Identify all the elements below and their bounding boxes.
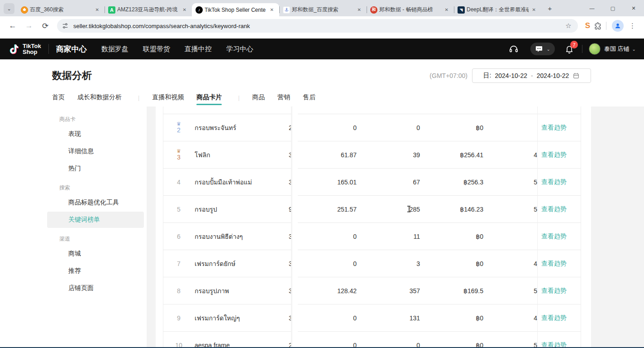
rank-number: 2: [177, 126, 181, 134]
sidebar-item-商品标题优化工具[interactable]: 商品标题优化工具: [47, 194, 144, 211]
toolbar-right: S ⋮: [582, 20, 639, 32]
address-bar[interactable]: seller.tiktokglobalshop.com/compass/sear…: [57, 19, 578, 33]
keyword-table-card: 2 กรอบพระจันทร์ 2 0 0 ฿0 查看趋势 3 โฟลิก 3 …: [156, 106, 591, 348]
keyword-cell: กรอบรูป: [195, 196, 290, 222]
value-3-cell: ฿146.23: [427, 196, 483, 222]
sidebar-item-店铺页面[interactable]: 店铺页面: [47, 280, 144, 296]
new-tab-button[interactable]: +: [544, 2, 556, 14]
content-gap: [147, 106, 156, 348]
maximize-button[interactable]: ▢: [602, 0, 623, 16]
view-trend-link[interactable]: 查看趋势: [541, 223, 587, 250]
tab-close-icon[interactable]: ✕: [443, 6, 450, 13]
sidebar-item-关键词榜单[interactable]: 关键词榜单: [47, 212, 144, 228]
value-3-cell: ฿0: [427, 250, 483, 277]
analytics-tab[interactable]: 售后: [303, 93, 315, 107]
back-button[interactable]: ←: [6, 19, 19, 32]
analytics-tab[interactable]: 商品: [252, 93, 265, 107]
view-trend-link[interactable]: 查看趋势: [541, 169, 587, 195]
header-nav-item[interactable]: 数据罗盘: [101, 45, 129, 53]
notification-badge: 7: [570, 41, 578, 48]
date-range-picker[interactable]: 日: 2024-10-22 - 2024-10-22: [472, 68, 591, 83]
messages-button[interactable]: ⌄: [530, 43, 555, 55]
header-nav-item[interactable]: 学习中心: [226, 45, 253, 53]
rank-cell: 6: [163, 223, 195, 250]
value-2-cell: 131: [364, 304, 420, 331]
tab-close-icon[interactable]: ✕: [530, 6, 538, 13]
rank-cell: 5: [163, 196, 195, 222]
sidebar-item-商城[interactable]: 商城: [47, 246, 144, 262]
table-row: 7 เฟรมการ์ดยักษ์ 3 0 3 ฿0 4 查看趋势: [163, 250, 581, 277]
header-right: ⌄ 7 泰国 店铺 ⌄: [509, 43, 636, 55]
view-trend-link[interactable]: 查看趋势: [541, 304, 587, 331]
browser-tab[interactable]: 和 郑和数据 - 畅销商品榜 ✕: [367, 3, 454, 16]
browser-tab[interactable]: ⚓ 郑和数据_百度搜索 ✕: [279, 3, 367, 16]
tab-close-icon[interactable]: ✕: [268, 6, 276, 13]
header-nav-item[interactable]: 商家中心: [56, 44, 87, 54]
tab-close-icon[interactable]: ✕: [356, 6, 363, 13]
view-trend-link[interactable]: 查看趋势: [541, 277, 587, 304]
tab-search-icon[interactable]: ⌄: [4, 3, 14, 14]
value-1-cell: 61.87: [301, 141, 357, 168]
view-trend-link[interactable]: 查看趋势: [541, 332, 587, 348]
analytics-tab[interactable]: 商品卡片: [196, 93, 222, 107]
view-trend-link[interactable]: 查看趋势: [541, 114, 587, 141]
crown-icon: [177, 121, 181, 126]
crown-icon: [177, 149, 181, 154]
tab-group-divider: |: [238, 95, 239, 101]
sidebar-section-label: 搜索: [59, 184, 147, 192]
value-1-cell: 128.42: [301, 277, 357, 304]
minimize-button[interactable]: —: [582, 0, 602, 16]
sidebar-item-热门[interactable]: 热门: [47, 160, 144, 177]
date-start: 2024-10-22: [495, 72, 527, 79]
notifications-button[interactable]: 7: [565, 44, 574, 53]
keyword-cell: กรอบรูปภาพ: [195, 277, 290, 304]
browser-tab[interactable]: ♪ TikTok Shop Seller Cente ✕: [192, 3, 279, 16]
clipped-right-value: 5: [513, 332, 537, 348]
table-row: 8 กรอบรูปภาพ 3 128.42 357 ฿169.5 5 查看趋势: [163, 277, 581, 304]
tab-favicon-icon: ♪: [196, 6, 203, 14]
tab-title: TikTok Shop Seller Cente: [205, 7, 267, 13]
browser-tab[interactable]: ◥ DeepL翻译：全世界最准确 ✕: [454, 3, 541, 16]
tiktok-shop-logo[interactable]: TikTokShop: [8, 43, 41, 55]
rank-number: 8: [177, 287, 181, 295]
value-3-cell: ฿256.41: [427, 141, 483, 168]
support-headset-icon[interactable]: [509, 44, 519, 54]
rank-cell: 3: [163, 141, 195, 168]
tab-favicon-icon: [21, 6, 28, 14]
view-trend-link[interactable]: 查看趋势: [541, 141, 587, 168]
shop-chevron-down-icon[interactable]: ⌄: [632, 47, 636, 52]
header-nav-item[interactable]: 直播中控: [185, 45, 212, 53]
analytics-tab[interactable]: 首页: [52, 93, 65, 107]
browser-tab[interactable]: A AMZ123亚马逊导航-跨境 ✕: [105, 3, 192, 16]
extension-s-icon[interactable]: S: [585, 21, 590, 30]
profile-avatar[interactable]: [612, 20, 624, 32]
tab-close-icon[interactable]: ✕: [181, 6, 188, 13]
view-trend-link[interactable]: 查看趋势: [541, 196, 587, 222]
forward-button[interactable]: →: [23, 19, 35, 32]
shop-name[interactable]: 泰国 店铺: [604, 45, 630, 53]
sidebar-group: 渠道 商城推荐店铺页面: [45, 235, 147, 296]
close-button[interactable]: ✕: [623, 0, 644, 16]
chevron-down-icon: ⌄: [547, 47, 550, 52]
header-nav-item[interactable]: 联盟带货: [143, 45, 170, 53]
browser-tab[interactable]: 百度_360搜索 ✕: [17, 3, 105, 16]
shop-avatar[interactable]: [589, 43, 601, 55]
sidebar-item-推荐[interactable]: 推荐: [47, 263, 144, 279]
analytics-tab[interactable]: 营销: [277, 93, 290, 107]
analytics-tab[interactable]: 成长和数据分析: [77, 93, 122, 107]
sidebar-item-表现[interactable]: 表现: [47, 126, 144, 142]
site-info-icon[interactable]: [62, 22, 69, 29]
keyword-cell: aespa frame: [195, 332, 290, 348]
page-top-gap: [0, 35, 644, 39]
rank-number: 7: [177, 260, 181, 267]
sidebar-item-详细信息[interactable]: 详细信息: [47, 143, 144, 160]
reload-button[interactable]: ⟳: [39, 19, 52, 32]
extensions-puzzle-icon[interactable]: [594, 22, 602, 30]
browser-menu-icon[interactable]: ⋮: [629, 22, 636, 30]
table-row: 5 กรอบรูป 9 251.57 285 ฿146.23 5 查看趋势: [163, 196, 581, 223]
bookmark-star-icon[interactable]: ☆: [565, 22, 571, 30]
tab-close-icon[interactable]: ✕: [94, 6, 101, 13]
table-right-border: [581, 106, 581, 348]
view-trend-link[interactable]: 查看趋势: [541, 250, 587, 277]
analytics-tab[interactable]: 直播和视频: [152, 93, 184, 107]
